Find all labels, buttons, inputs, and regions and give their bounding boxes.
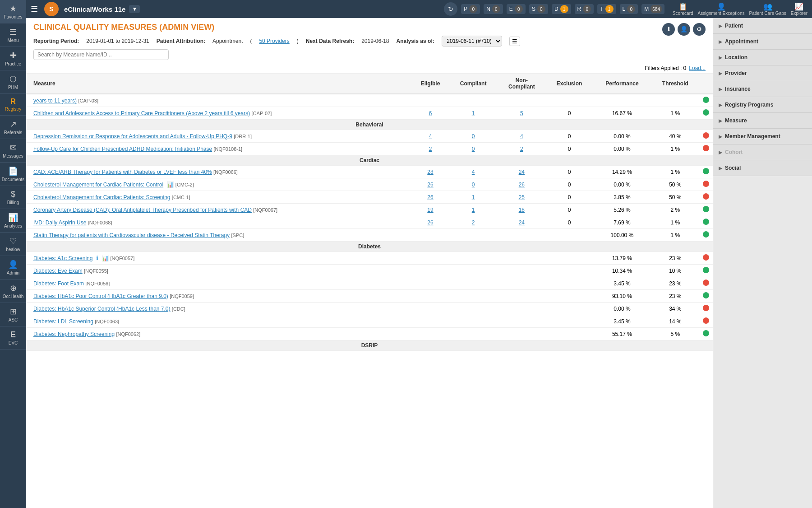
badge-e[interactable]: E0 bbox=[507, 4, 526, 14]
measure-link[interactable]: Coronary Artery Disease (CAD): Oral Anti… bbox=[33, 207, 252, 213]
analysis-select[interactable]: 2019-06-11 (#710) bbox=[442, 36, 502, 47]
measure-link[interactable]: Cholesterol Management for Cardiac Patie… bbox=[33, 182, 163, 188]
filter-member-management-header[interactable]: ▶ Member Management bbox=[713, 129, 812, 144]
scorecard-icon: 📋 bbox=[678, 2, 687, 11]
num-link[interactable]: 1 bbox=[472, 110, 475, 117]
num-link[interactable]: 18 bbox=[519, 207, 525, 213]
measure-link[interactable]: Depression Remission or Response for Ado… bbox=[33, 133, 232, 140]
num-link[interactable]: 1 bbox=[472, 207, 475, 213]
measure-link[interactable]: IVD: Daily Aspirin Use bbox=[33, 219, 86, 226]
num-link[interactable]: 5 bbox=[520, 110, 523, 117]
hamburger-menu[interactable]: ☰ bbox=[31, 4, 38, 14]
num-link[interactable]: 4 bbox=[472, 169, 475, 175]
num-link[interactable]: 26 bbox=[519, 182, 525, 188]
num-link[interactable]: 24 bbox=[519, 219, 525, 226]
list-view-button[interactable]: ☰ bbox=[509, 37, 520, 46]
measure-link[interactable]: Follow-Up Care for Children Prescribed A… bbox=[33, 146, 212, 152]
filter-registry-programs-header[interactable]: ▶ Registry Programs bbox=[713, 97, 812, 112]
chart-icon[interactable]: 📊 bbox=[166, 181, 174, 188]
num-link[interactable]: 4 bbox=[520, 133, 523, 140]
num-link[interactable]: 1 bbox=[472, 194, 475, 200]
filter-cohort-header[interactable]: ▶ Cohort bbox=[713, 144, 812, 160]
num-link[interactable]: 25 bbox=[519, 194, 525, 200]
measure-link[interactable]: Diabetes: HbA1c Poor Control (HbA1c Grea… bbox=[33, 293, 168, 299]
measure-link[interactable]: Diabetes: LDL Screening bbox=[33, 318, 93, 325]
export-button[interactable]: ⬇ bbox=[662, 23, 675, 36]
filter-measure-header[interactable]: ▶ Measure bbox=[713, 113, 812, 128]
badge-d[interactable]: D1 bbox=[552, 4, 571, 14]
explorer-button[interactable]: 📈 Explorer bbox=[791, 2, 807, 16]
badge-p[interactable]: P0 bbox=[461, 4, 480, 14]
measure-link[interactable]: Diabetes: Foot Exam bbox=[33, 280, 84, 287]
measure-link[interactable]: Diabetes: Nephropathy Screening bbox=[33, 331, 115, 337]
filter-location-header[interactable]: ▶ Location bbox=[713, 50, 812, 65]
num-link[interactable]: 2 bbox=[429, 146, 432, 152]
badge-n[interactable]: N0 bbox=[484, 4, 503, 14]
sidebar-item-menu[interactable]: ☰ Menu bbox=[0, 23, 26, 47]
sidebar-item-healow[interactable]: ♡ healow bbox=[0, 233, 26, 256]
settings-button[interactable]: ⚙ bbox=[693, 23, 706, 36]
sidebar-item-practice[interactable]: ✚ Practice bbox=[0, 47, 26, 70]
patient-care-gaps-button[interactable]: 👥 Patient Care Gaps bbox=[749, 2, 786, 16]
badge-r[interactable]: R0 bbox=[575, 4, 594, 14]
sidebar-item-occhealth[interactable]: ⊕ OccHealth bbox=[0, 280, 26, 303]
measure-link[interactable]: CAD: ACE/ARB Therapy for Patients with D… bbox=[33, 169, 212, 175]
measure-link[interactable]: Diabetes: Eye Exam bbox=[33, 268, 83, 274]
sidebar-item-analytics[interactable]: 📊 Analytics bbox=[0, 209, 26, 233]
chart-icon[interactable]: 📊 bbox=[102, 255, 109, 261]
filter-appointment-header[interactable]: ▶ Appointment bbox=[713, 34, 812, 49]
num-link[interactable]: 0 bbox=[472, 133, 475, 140]
measure-cell: Diabetes: LDL Screening [NQF0063] bbox=[26, 315, 412, 328]
badge-t[interactable]: T1 bbox=[597, 4, 616, 14]
num-link[interactable]: 4 bbox=[429, 133, 432, 140]
num-link[interactable]: 24 bbox=[519, 169, 525, 175]
measure-link[interactable]: Cholesterol Management for Cardiac Patie… bbox=[33, 194, 171, 200]
sidebar-item-documents[interactable]: 📄 Documents bbox=[0, 163, 26, 186]
filter-provider-header[interactable]: ▶ Provider bbox=[713, 65, 812, 81]
num-link[interactable]: 26 bbox=[427, 219, 433, 226]
badge-s[interactable]: S0 bbox=[529, 4, 548, 14]
sidebar-item-referrals[interactable]: ↗ Referrals bbox=[0, 116, 26, 139]
exclusion-cell: 0 bbox=[546, 178, 593, 191]
measure-link[interactable]: Statin Therapy for patients with Cardiov… bbox=[33, 232, 230, 238]
sidebar-item-asc[interactable]: ⊞ ASC bbox=[0, 303, 26, 326]
search-input[interactable] bbox=[33, 49, 169, 60]
sidebar-item-admin[interactable]: 👤 Admin bbox=[0, 256, 26, 280]
num-link[interactable]: 19 bbox=[427, 207, 433, 213]
num-link[interactable]: 0 bbox=[472, 146, 475, 152]
performance-cell: 10.34 % bbox=[593, 265, 651, 277]
info-icon[interactable]: ℹ bbox=[96, 255, 98, 261]
scorecard-button[interactable]: 📋 Scorecard bbox=[673, 2, 693, 16]
badge-m[interactable]: M684 bbox=[641, 4, 664, 14]
assignment-exceptions-button[interactable]: 👤 Assignment Exceptions bbox=[698, 2, 745, 16]
num-link[interactable]: 0 bbox=[472, 182, 475, 188]
sidebar-item-evc[interactable]: E EVC bbox=[0, 326, 26, 350]
num-link[interactable]: 6 bbox=[429, 110, 432, 117]
sidebar-item-favorites[interactable]: ★ Favorites bbox=[0, 0, 26, 23]
sidebar-item-messages[interactable]: ✉ Messages bbox=[0, 139, 26, 163]
user-menu[interactable]: ▼ bbox=[129, 5, 140, 13]
sidebar-item-phm[interactable]: ⬡ PHM bbox=[0, 70, 26, 94]
user-button[interactable]: 👤 bbox=[678, 23, 690, 36]
sidebar-item-billing[interactable]: $ Billing bbox=[0, 186, 26, 209]
measure-link[interactable]: Diabetes: HbA1c Superior Control (HbA1c … bbox=[33, 306, 171, 312]
filter-social-header[interactable]: ▶ Social bbox=[713, 160, 812, 176]
num-link[interactable]: 28 bbox=[427, 169, 433, 175]
user-avatar[interactable]: S bbox=[44, 2, 59, 16]
sync-button[interactable]: ↻ bbox=[444, 2, 457, 16]
load-link[interactable]: Load... bbox=[689, 65, 706, 71]
threshold-cell: 23 % bbox=[651, 277, 699, 290]
num-link[interactable]: 2 bbox=[472, 219, 475, 226]
num-link[interactable]: 26 bbox=[427, 182, 433, 188]
providers-link[interactable]: 50 Providers bbox=[259, 38, 289, 44]
filter-insurance-header[interactable]: ▶ Insurance bbox=[713, 81, 812, 97]
measure-link[interactable]: Diabetes: A1c Screening bbox=[33, 255, 92, 261]
filter-patient-header[interactable]: ▶ Patient bbox=[713, 18, 812, 33]
badge-l[interactable]: L0 bbox=[620, 4, 638, 14]
measure-link[interactable]: years to 11 years) bbox=[33, 98, 77, 104]
num-link[interactable]: 2 bbox=[520, 146, 523, 152]
num-link[interactable]: 26 bbox=[427, 194, 433, 200]
dot-cell bbox=[699, 143, 713, 155]
measure-link[interactable]: Children and Adolescents Access to Prima… bbox=[33, 110, 250, 117]
sidebar-item-registry[interactable]: R Registry bbox=[0, 94, 26, 116]
